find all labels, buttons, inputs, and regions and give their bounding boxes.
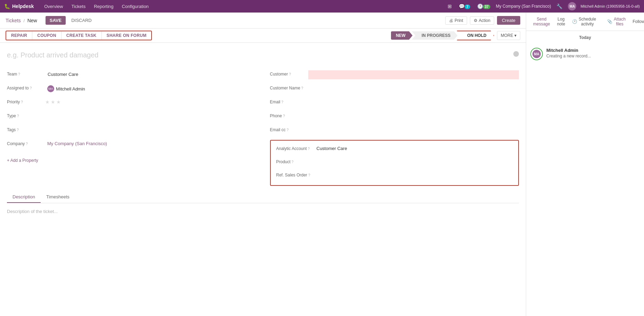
create-button[interactable]: Create	[497, 16, 520, 25]
clock-small-icon: 🕐	[572, 19, 577, 24]
ref-sales-order-value[interactable]	[315, 171, 513, 174]
field-customer-name: Customer Name ?	[270, 84, 519, 94]
print-button[interactable]: 🖨 Print	[445, 16, 467, 25]
attach-files-button[interactable]: 📎 Attach files	[604, 15, 628, 28]
coupon-button[interactable]: COUPON	[32, 31, 61, 40]
team-value[interactable]: Customer Care	[45, 70, 256, 78]
email-label: Email	[270, 100, 280, 104]
nav-tickets[interactable]: Tickets	[68, 2, 89, 10]
type-value[interactable]	[45, 112, 256, 115]
customer-input[interactable]	[308, 70, 519, 79]
message-avatar-ring: MA	[530, 48, 543, 60]
breadcrumb: Tickets / New	[6, 18, 37, 23]
discuss-icon[interactable]: 💬7	[457, 3, 472, 10]
status-in-progress[interactable]: IN PROGRESS	[412, 31, 457, 40]
phone-label: Phone	[270, 113, 282, 118]
share-forum-button[interactable]: SHARE ON FORUM	[102, 31, 152, 40]
product-value[interactable]	[315, 158, 513, 161]
breadcrumb-parent[interactable]: Tickets	[6, 18, 21, 23]
type-label: Type	[7, 113, 16, 118]
email-cc-value[interactable]	[308, 126, 519, 129]
status-new[interactable]: NEW	[391, 31, 413, 40]
type-help-icon: ?	[17, 114, 19, 118]
priority-stars[interactable]: ★ ★ ★	[45, 98, 61, 105]
today-label: Today	[526, 31, 644, 44]
add-property-button[interactable]: + Add a Property	[7, 157, 38, 164]
action-button[interactable]: ⚙ Action	[470, 16, 494, 25]
status-on-hold[interactable]: ON HOLD	[457, 31, 494, 40]
field-priority: Priority ? ★ ★ ★	[7, 98, 256, 108]
settings-icon[interactable]: 🔧	[555, 3, 564, 10]
assigned-to-value[interactable]: MA Mitchell Admin	[45, 84, 256, 93]
clock-icon[interactable]: 🕐37	[476, 3, 492, 10]
top-nav-right: ⊞ 💬7 🕐37 My Company (San Francisco) 🔧 MA…	[446, 2, 640, 10]
nav-reporting[interactable]: Reporting	[90, 2, 117, 10]
product-help-icon: ?	[292, 160, 294, 164]
chat-badge: 7	[465, 5, 470, 9]
discard-button[interactable]: DISCARD	[68, 16, 95, 25]
company-name: My Company (San Francisco)	[496, 4, 551, 9]
star-2[interactable]: ★	[51, 99, 55, 105]
customer-label: Customer	[270, 72, 288, 77]
toolbar-buttons: SAVE DISCARD	[46, 16, 95, 25]
email-cc-help-icon: ?	[287, 128, 289, 132]
company-value[interactable]: My Company (San Francisco)	[45, 140, 256, 147]
phone-value[interactable]	[308, 112, 519, 115]
more-button[interactable]: MORE ▾	[497, 31, 520, 40]
email-value[interactable]	[308, 98, 519, 101]
assigned-name: Mitchell Admin	[56, 86, 85, 92]
brand-icon: 🐛	[4, 3, 10, 9]
ticket-title-input[interactable]	[7, 48, 519, 62]
action-buttons-row: REPAIR COUPON CREATE TASK SHARE ON FORUM…	[0, 29, 526, 43]
customer-name-value[interactable]	[308, 84, 519, 87]
tags-value[interactable]	[45, 126, 256, 129]
nav-configuration[interactable]: Configuration	[119, 2, 152, 10]
tabs-row: Description Timesheets	[7, 191, 519, 203]
field-team: Team ? Customer Care	[7, 70, 256, 80]
star-3[interactable]: ★	[56, 99, 61, 105]
repair-button[interactable]: REPAIR	[6, 31, 32, 40]
create-task-button[interactable]: CREATE TASK	[62, 31, 102, 40]
field-type: Type ?	[7, 112, 256, 122]
customer-name-label: Customer Name	[270, 86, 300, 90]
priority-label: Priority	[7, 100, 20, 104]
schedule-activity-button[interactable]: 🕐 Schedule activity	[569, 15, 599, 28]
analytic-account-label: Analytic Account	[276, 146, 307, 151]
field-ref-sales-order: Ref. Sales Order ?	[276, 171, 513, 181]
field-email: Email ?	[270, 98, 519, 108]
user-avatar[interactable]: MA	[568, 2, 576, 10]
message-item: MA Mitchell Admin Creating a new record.…	[526, 44, 644, 64]
message-text: Creating a new record...	[546, 54, 591, 58]
field-analytic-account: Analytic Account ? Customer Care	[276, 145, 513, 155]
description-placeholder[interactable]: Description of the ticket...	[7, 209, 58, 214]
nav-overview[interactable]: Overview	[41, 2, 66, 10]
field-assigned-to: Assigned to ? MA Mitchell Admin	[7, 84, 256, 94]
form-right-column: Customer ? Customer Name ?	[270, 70, 519, 186]
assigned-to-help-icon: ?	[30, 86, 32, 90]
right-panel: Send message Log note 🕐 Schedule activit…	[526, 13, 644, 316]
message-author: Mitchell Admin	[546, 48, 591, 53]
breadcrumb-bar: Tickets / New SAVE DISCARD 🖨 Print ⚙ Act…	[0, 13, 526, 29]
right-panel-header: Send message Log note 🕐 Schedule activit…	[526, 13, 644, 31]
product-label: Product	[276, 159, 291, 164]
email-help-icon: ?	[282, 100, 284, 104]
log-note-button[interactable]: Log note	[554, 15, 568, 28]
kanban-state-button[interactable]	[513, 51, 519, 57]
clock-badge: 37	[483, 5, 490, 9]
star-1[interactable]: ★	[45, 99, 50, 105]
analytic-account-value[interactable]: Customer Care	[315, 145, 513, 152]
phone-help-icon: ?	[283, 114, 285, 118]
status-pipeline: NEW IN PROGRESS ON HOLD MORE ▾	[391, 31, 520, 40]
assigned-to-label: Assigned to	[7, 86, 29, 90]
send-message-button[interactable]: Send message	[530, 15, 553, 28]
brand-logo[interactable]: 🐛 Helpdesk	[4, 3, 34, 9]
tab-timesheets[interactable]: Timesheets	[41, 191, 75, 203]
tab-description[interactable]: Description	[7, 191, 41, 203]
follow-button[interactable]: Follow	[630, 18, 644, 25]
grid-icon[interactable]: ⊞	[446, 3, 453, 10]
field-email-cc: Email cc ?	[270, 126, 519, 136]
message-body: Mitchell Admin Creating a new record...	[546, 48, 591, 60]
email-cc-label: Email cc	[270, 127, 286, 132]
save-button[interactable]: SAVE	[46, 16, 66, 25]
tab-content-description: Description of the ticket...	[7, 203, 519, 245]
